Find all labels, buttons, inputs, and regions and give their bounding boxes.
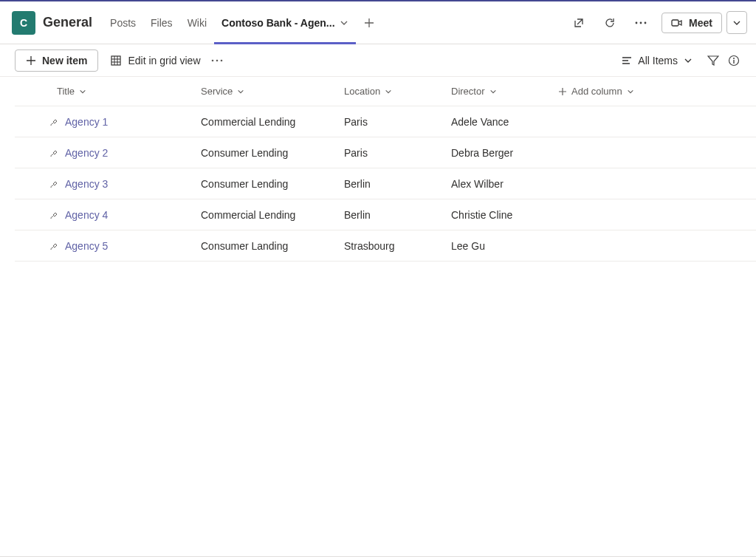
svg-point-5 (211, 59, 213, 61)
channel-header: C General Posts Files Wiki Contoso Bank … (0, 1, 756, 44)
cell-location: Berlin (344, 209, 451, 221)
cell-director: Lee Gu (451, 240, 558, 252)
svg-point-0 (636, 21, 638, 24)
cell-location: Berlin (344, 178, 451, 190)
more-options-button[interactable] (630, 13, 651, 33)
cell-location: Strasbourg (344, 240, 451, 252)
chevron-down-icon (79, 88, 86, 95)
column-label: Title (57, 86, 75, 97)
item-title-link[interactable]: Agency 5 (65, 240, 108, 252)
tab-files[interactable]: Files (143, 1, 180, 44)
tab-label: Files (151, 17, 173, 29)
new-item-button[interactable]: New item (15, 49, 98, 72)
filter-button[interactable] (703, 50, 724, 71)
cell-service: Consumer Lending (201, 147, 344, 159)
reload-button[interactable] (599, 13, 620, 33)
item-type-icon (50, 150, 58, 157)
tab-sharepoint-list[interactable]: Contoso Bank - Agen... (214, 1, 355, 44)
cell-director: Debra Berger (451, 147, 558, 159)
item-title-link[interactable]: Agency 1 (65, 116, 108, 128)
popout-icon (573, 17, 585, 29)
table-row[interactable]: Agency 2 Consumer Lending Paris Debra Be… (15, 137, 756, 168)
add-tab-button[interactable] (356, 17, 382, 29)
column-label: Director (451, 86, 485, 97)
add-column-label: Add column (571, 86, 622, 97)
table-row[interactable]: Agency 3 Consumer Lending Berlin Alex Wi… (15, 168, 756, 199)
cell-director: Christie Cline (451, 209, 558, 221)
meet-button[interactable]: Meet (662, 13, 722, 33)
svg-point-7 (220, 59, 222, 61)
new-item-label: New item (42, 55, 87, 66)
chevron-down-icon[interactable] (340, 18, 348, 27)
ellipsis-icon (635, 21, 647, 24)
header-actions: Meet (568, 11, 747, 34)
tab-posts[interactable]: Posts (103, 1, 143, 44)
item-type-icon (50, 212, 58, 219)
cell-location: Paris (344, 147, 451, 159)
info-button[interactable] (724, 50, 744, 71)
tab-label: Posts (110, 17, 136, 29)
svg-rect-3 (672, 20, 678, 26)
item-title-link[interactable]: Agency 3 (65, 178, 108, 190)
cell-service: Commercial Lending (201, 209, 344, 221)
tab-label: Wiki (188, 17, 207, 29)
svg-rect-4 (111, 56, 120, 65)
filter-icon (707, 55, 719, 66)
meet-options-button[interactable] (726, 11, 747, 34)
list-lines-icon (622, 55, 632, 66)
table-row[interactable]: Agency 4 Commercial Lending Berlin Chris… (15, 199, 756, 230)
column-header-location[interactable]: Location (344, 86, 451, 97)
column-headers: Title Service Location Director Add colu… (15, 77, 756, 106)
column-label: Service (201, 86, 233, 97)
svg-point-2 (645, 21, 647, 24)
column-header-service[interactable]: Service (201, 86, 344, 97)
column-header-director[interactable]: Director (451, 86, 558, 97)
cell-service: Commercial Lending (201, 116, 344, 128)
svg-point-1 (640, 21, 642, 24)
chevron-down-icon (489, 88, 497, 95)
chevron-down-icon (385, 88, 392, 95)
item-type-icon (50, 243, 58, 250)
chevron-down-icon (684, 56, 693, 65)
ellipsis-icon (211, 59, 223, 62)
cell-service: Consumer Lending (201, 178, 344, 190)
list-view: Title Service Location Director Add colu… (0, 77, 756, 262)
video-icon (671, 17, 683, 29)
edit-in-grid-label: Edit in grid view (128, 55, 200, 66)
reload-icon (604, 17, 616, 29)
item-title-link[interactable]: Agency 2 (65, 147, 108, 159)
cell-location: Paris (344, 116, 451, 128)
tab-strip: Posts Files Wiki Contoso Bank - Agen... (103, 1, 382, 44)
table-row[interactable]: Agency 5 Consumer Landing Strasbourg Lee… (15, 230, 756, 262)
more-commands-button[interactable] (211, 59, 223, 62)
view-selector[interactable]: All Items (622, 55, 693, 66)
command-bar: New item Edit in grid view All Items (0, 44, 756, 77)
cell-director: Alex Wilber (451, 178, 558, 190)
svg-point-6 (216, 59, 218, 61)
edit-in-grid-button[interactable]: Edit in grid view (110, 55, 200, 66)
info-icon (728, 55, 740, 66)
item-type-icon (50, 119, 58, 126)
table-row[interactable]: Agency 1 Commercial Lending Paris Adele … (15, 106, 756, 137)
plus-icon (558, 87, 567, 96)
chevron-down-icon (627, 88, 634, 95)
add-column-button[interactable]: Add column (558, 86, 676, 97)
popout-button[interactable] (568, 13, 589, 33)
chevron-down-icon (732, 18, 741, 27)
cell-service: Consumer Landing (201, 240, 344, 252)
item-type-icon (50, 181, 58, 188)
cell-director: Adele Vance (451, 116, 558, 128)
channel-title: General (43, 15, 92, 30)
column-label: Location (344, 86, 380, 97)
plus-icon (363, 17, 375, 29)
team-avatar[interactable]: C (12, 11, 35, 35)
item-title-link[interactable]: Agency 4 (65, 209, 108, 221)
svg-point-9 (733, 58, 735, 59)
chevron-down-icon (237, 88, 244, 95)
grid-icon (110, 55, 122, 66)
tab-label: Contoso Bank - Agen... (221, 17, 334, 29)
plus-icon (26, 55, 36, 66)
column-header-title[interactable]: Title (15, 86, 201, 97)
meet-label: Meet (689, 17, 712, 29)
tab-wiki[interactable]: Wiki (180, 1, 214, 44)
